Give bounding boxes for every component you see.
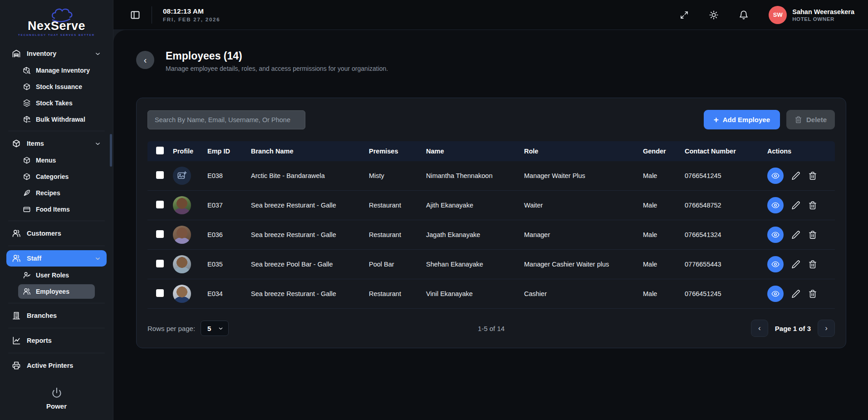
user-menu[interactable]: SW Sahan Weerasekera HOTEL OWNER [769, 6, 854, 24]
profile-avatar-placeholder[interactable] [173, 167, 191, 185]
select-all-checkbox[interactable] [156, 147, 164, 154]
role: Manager Waiter Plus [524, 172, 643, 179]
sidebar-item-branches[interactable]: Branches [6, 307, 107, 324]
box-search-icon [23, 66, 31, 74]
edit-pencil-icon[interactable] [791, 201, 800, 210]
plus-icon: + [714, 115, 719, 125]
sidebar-item-recipes[interactable]: Recipes [18, 186, 95, 200]
row-checkbox[interactable] [156, 260, 164, 267]
box-icon [23, 173, 31, 181]
gender: Male [643, 261, 685, 268]
sidebar-item-customers[interactable]: Customers [6, 225, 107, 242]
employees-card: + Add Employee Delete Profile Emp ID B [136, 98, 846, 348]
notifications-bell-icon[interactable] [739, 10, 749, 20]
sidebar-item-label: Categories [36, 173, 69, 180]
sidebar-item-items[interactable]: Items [6, 135, 107, 152]
eye-icon [771, 260, 780, 268]
eye-icon [771, 231, 780, 239]
row-checkbox[interactable] [156, 289, 164, 297]
chef-hat-icon [48, 6, 74, 23]
delete-trash-icon[interactable] [808, 260, 817, 269]
clock: 08:12:13 AM FRI, FEB 27, 2026 [163, 7, 220, 22]
emp-id: E036 [207, 231, 251, 238]
emp-id: E037 [207, 202, 251, 209]
row-checkbox[interactable] [156, 171, 164, 179]
eye-icon [771, 290, 780, 298]
premises: Restaurant [369, 290, 426, 297]
theme-sun-icon[interactable] [709, 10, 719, 20]
prev-page-button[interactable]: ‹ [751, 320, 768, 337]
user-info: Sahan Weerasekera HOTEL OWNER [792, 8, 854, 22]
view-button[interactable] [767, 256, 784, 272]
next-page-button[interactable]: › [818, 320, 835, 337]
sidebar-item-staff[interactable]: Staff [6, 250, 107, 267]
sidebar-item-label: Stock Takes [36, 99, 73, 107]
app-root: NexServe TECHNOLOGY THAT SERVES BETTER I… [0, 0, 868, 420]
contact-number: 0766451245 [685, 290, 767, 297]
divider [152, 6, 152, 24]
row-actions [767, 197, 835, 213]
edit-pencil-icon[interactable] [791, 260, 800, 269]
delete-trash-icon[interactable] [808, 201, 817, 210]
view-button[interactable] [767, 197, 784, 213]
delete-trash-icon[interactable] [808, 171, 817, 180]
row-actions [767, 286, 835, 302]
sidebar-item-stock-takes[interactable]: Stock Takes [18, 96, 95, 110]
col-role: Role [524, 148, 643, 155]
view-button[interactable] [767, 227, 784, 243]
fullscreen-icon[interactable] [680, 10, 689, 20]
table-row: E036 Sea breeze Resturant - Galle Restau… [147, 220, 835, 250]
divider [8, 303, 105, 303]
sidebar-item-stock-issuance[interactable]: Stock Issuance [18, 79, 95, 94]
role: Manager Cashier Waiter plus [524, 261, 643, 268]
edit-pencil-icon[interactable] [791, 171, 800, 180]
users-icon [12, 229, 21, 238]
chevron-down-icon [94, 140, 101, 147]
row-actions [767, 256, 835, 272]
col-premises: Premises [369, 148, 426, 155]
delete-trash-icon[interactable] [808, 230, 817, 239]
sidebar-item-menus[interactable]: Menus [18, 153, 95, 168]
back-button[interactable]: ‹ [136, 51, 154, 69]
profile-avatar-photo[interactable] [173, 285, 191, 303]
delete-trash-icon[interactable] [808, 289, 817, 298]
view-button[interactable] [767, 168, 784, 184]
search-input[interactable] [147, 110, 305, 129]
page-subtitle: Manage employee details, roles, and acce… [166, 65, 388, 72]
gender: Male [643, 172, 685, 179]
sidebar-item-bulk-withdrawal[interactable]: Bulk Withdrawal [18, 112, 95, 127]
chevron-down-icon [94, 255, 101, 262]
sidebar-item-food-items[interactable]: Food Items [18, 202, 95, 217]
contact-number: 0766541245 [685, 172, 767, 179]
delete-button[interactable]: Delete [786, 110, 835, 129]
row-checkbox[interactable] [156, 230, 164, 238]
user-role: HOTEL OWNER [792, 16, 854, 22]
sidebar-item-manage-inventory[interactable]: Manage Inventory [18, 63, 95, 78]
profile-avatar-photo[interactable] [173, 226, 191, 244]
rows-per-page: Rows per page: 5 [147, 321, 478, 336]
sidebar-item-label: Inventory [27, 50, 56, 57]
row-checkbox[interactable] [156, 201, 164, 208]
rows-per-page-select[interactable]: 5 [201, 321, 229, 336]
sidebar-item-inventory[interactable]: Inventory [6, 45, 107, 62]
brand-tagline: TECHNOLOGY THAT SERVES BETTER [0, 34, 113, 36]
add-employee-button[interactable]: + Add Employee [704, 110, 780, 129]
sidebar-toggle-icon[interactable] [130, 10, 141, 20]
divider [8, 328, 105, 328]
profile-avatar-photo[interactable] [173, 196, 191, 214]
role: Cashier [524, 290, 643, 297]
sidebar-item-user-roles[interactable]: User Roles [18, 268, 95, 282]
view-button[interactable] [767, 286, 784, 302]
branch-name: Sea breeze Resturant - Galle [251, 290, 369, 297]
sidebar-item-categories[interactable]: Categories [18, 169, 95, 184]
sidebar-item-reports[interactable]: Reports [6, 332, 107, 349]
edit-pencil-icon[interactable] [791, 289, 800, 298]
sidebar-item-employees[interactable]: Employees [18, 284, 95, 299]
edit-pencil-icon[interactable] [791, 230, 800, 239]
power-button[interactable]: Power [0, 382, 113, 420]
sidebar-item-label: Manage Inventory [36, 67, 90, 74]
layers-icon [23, 99, 31, 107]
sidebar-item-active-printers[interactable]: Active Printers [6, 357, 107, 374]
sidebar-scrollbar[interactable] [110, 134, 112, 167]
profile-avatar-photo[interactable] [173, 255, 191, 273]
